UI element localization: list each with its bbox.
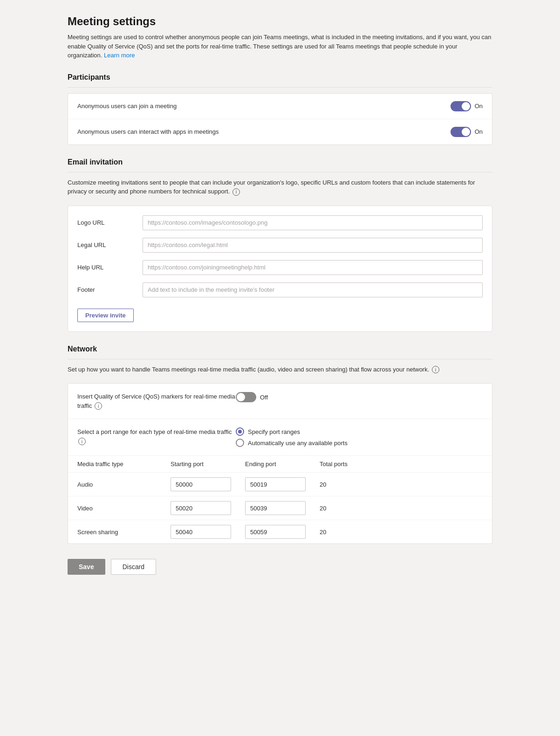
help-url-input[interactable] xyxy=(143,260,483,275)
port-range-label: Select a port range for each type of rea… xyxy=(77,427,236,446)
network-card: Insert Quality of Service (QoS) markers … xyxy=(68,383,492,544)
save-button[interactable]: Save xyxy=(68,559,105,575)
legal-url-label: Legal URL xyxy=(77,241,143,248)
screen-sharing-end-cell xyxy=(245,525,320,539)
screen-sharing-start-cell xyxy=(171,525,245,539)
email-invitation-title: Email invitation xyxy=(68,158,492,166)
screen-sharing-port-row: Screen sharing 20 xyxy=(68,520,492,543)
video-start-cell xyxy=(171,501,245,515)
footer-row: Footer xyxy=(77,282,483,297)
radio-auto-ports-circle xyxy=(236,439,244,447)
logo-url-label: Logo URL xyxy=(77,219,143,226)
video-end-input[interactable] xyxy=(245,501,306,515)
anon-interact-row: Anonymous users can interact with apps i… xyxy=(68,119,492,144)
qos-info-icon[interactable]: i xyxy=(95,402,102,410)
anon-join-control: On xyxy=(451,101,483,111)
anon-interact-slider xyxy=(451,127,471,137)
anon-join-slider xyxy=(451,101,471,111)
video-total: 20 xyxy=(320,505,483,512)
help-url-label: Help URL xyxy=(77,264,143,271)
logo-url-row: Logo URL xyxy=(77,215,483,230)
participants-title: Participants xyxy=(68,73,492,82)
port-range-info-icon[interactable]: i xyxy=(78,438,86,445)
audio-type: Audio xyxy=(77,481,171,488)
qos-toggle[interactable] xyxy=(236,392,256,402)
email-invitation-info-icon[interactable]: i xyxy=(232,188,240,196)
audio-total: 20 xyxy=(320,481,483,488)
port-table-header: Media traffic type Starting port Ending … xyxy=(68,456,492,473)
help-url-row: Help URL xyxy=(77,260,483,275)
anon-join-toggle[interactable] xyxy=(451,101,471,111)
footer-input[interactable] xyxy=(143,282,483,297)
video-start-input[interactable] xyxy=(171,501,231,515)
qos-status: Off xyxy=(260,394,268,401)
page-description: Meeting settings are used to control whe… xyxy=(68,33,492,60)
learn-more-link[interactable]: Learn more xyxy=(104,52,135,59)
legal-url-input[interactable] xyxy=(143,238,483,253)
col-media-type: Media traffic type xyxy=(77,461,171,468)
audio-end-cell xyxy=(245,477,320,491)
anon-interact-status: On xyxy=(475,128,483,135)
screen-sharing-type: Screen sharing xyxy=(77,529,171,536)
anon-interact-knob xyxy=(462,128,470,136)
radio-specify-ports[interactable]: Specify port ranges xyxy=(236,427,483,436)
audio-port-row: Audio 20 xyxy=(68,473,492,496)
qos-row: Insert Quality of Service (QoS) markers … xyxy=(68,384,492,419)
page-title: Meeting settings xyxy=(68,15,492,28)
bottom-buttons: Save Discard xyxy=(68,559,492,575)
radio-specify-ports-label: Specify port ranges xyxy=(248,428,300,435)
video-type: Video xyxy=(77,505,171,512)
anon-join-status: On xyxy=(475,103,483,110)
anon-interact-label: Anonymous users can interact with apps i… xyxy=(77,128,451,135)
anon-join-label: Anonymous users can join a meeting xyxy=(77,103,451,110)
audio-start-input[interactable] xyxy=(171,477,231,491)
anon-interact-control: On xyxy=(451,127,483,137)
anon-join-row: Anonymous users can join a meeting On xyxy=(68,94,492,119)
col-starting-port: Starting port xyxy=(171,461,245,468)
screen-sharing-total: 20 xyxy=(320,529,483,536)
footer-label: Footer xyxy=(77,286,143,293)
discard-button[interactable]: Discard xyxy=(111,559,156,575)
radio-auto-ports-label: Automatically use any available ports xyxy=(248,440,348,447)
network-section: Network Set up how you want to handle Te… xyxy=(68,345,492,544)
col-ending-port: Ending port xyxy=(245,461,320,468)
qos-label: Insert Quality of Service (QoS) markers … xyxy=(77,392,236,410)
screen-sharing-end-input[interactable] xyxy=(245,525,306,539)
network-title: Network xyxy=(68,345,492,353)
network-info-icon[interactable]: i xyxy=(432,366,439,373)
email-invitation-desc: Customize meeting invitations sent to pe… xyxy=(68,178,492,196)
preview-invite-button[interactable]: Preview invite xyxy=(77,309,134,322)
anon-interact-toggle[interactable] xyxy=(451,127,471,137)
radio-auto-ports[interactable]: Automatically use any available ports xyxy=(236,439,483,447)
video-end-cell xyxy=(245,501,320,515)
audio-start-cell xyxy=(171,477,245,491)
participants-separator xyxy=(68,87,492,88)
port-range-row: Select a port range for each type of rea… xyxy=(68,419,492,456)
audio-end-input[interactable] xyxy=(245,477,306,491)
port-range-control: Specify port ranges Automatically use an… xyxy=(236,427,483,447)
col-total-ports: Total ports xyxy=(320,461,483,468)
participants-card: Anonymous users can join a meeting On An… xyxy=(68,93,492,145)
screen-sharing-start-input[interactable] xyxy=(171,525,231,539)
video-port-row: Video 20 xyxy=(68,496,492,520)
email-invitation-card: Logo URL Legal URL Help URL Footer Previ… xyxy=(68,206,492,332)
anon-join-knob xyxy=(462,102,470,110)
participants-section: Participants Anonymous users can join a … xyxy=(68,73,492,145)
network-separator xyxy=(68,359,492,359)
network-desc: Set up how you want to handle Teams meet… xyxy=(68,365,492,374)
legal-url-row: Legal URL xyxy=(77,238,483,253)
radio-specify-ports-circle xyxy=(236,427,244,436)
qos-knob xyxy=(237,393,245,401)
email-invitation-section: Email invitation Customize meeting invit… xyxy=(68,158,492,332)
qos-slider xyxy=(236,392,256,402)
logo-url-input[interactable] xyxy=(143,215,483,230)
qos-control: Off xyxy=(236,392,483,402)
email-invitation-separator xyxy=(68,172,492,172)
